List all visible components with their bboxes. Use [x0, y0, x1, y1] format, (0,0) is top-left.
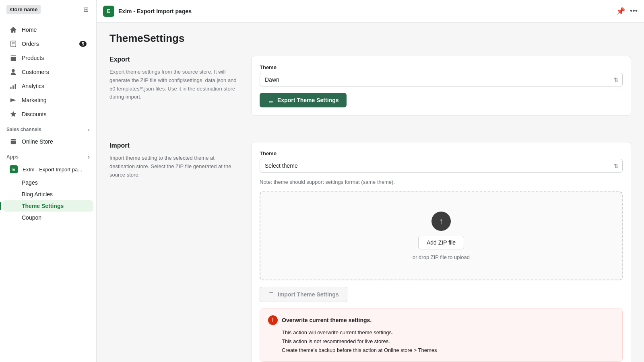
import-icon — [268, 291, 275, 298]
sidebar-item-marketing[interactable]: Marketing — [3, 93, 93, 107]
topbar-left: E ExIm - Export Import pages — [103, 6, 192, 17]
svg-rect-4 — [10, 87, 12, 89]
sales-channels-chevron[interactable]: › — [88, 126, 90, 133]
sidebar-item-orders[interactable]: Orders 5 — [3, 37, 93, 51]
import-theme-label: Theme — [260, 150, 623, 156]
exim-app-icon: E — [10, 165, 18, 173]
import-section: Import Import theme setting to the selec… — [109, 142, 631, 362]
sidebar-top: store name ⊞ — [0, 0, 96, 19]
warning-line-2: This action is not recommended for live … — [282, 337, 614, 346]
sidebar-item-home[interactable]: Home — [3, 23, 93, 37]
export-heading: Export — [109, 56, 238, 63]
import-button[interactable]: Import Theme Settings — [260, 287, 347, 302]
topbar: E ExIm - Export Import pages 📌 ••• — [97, 0, 644, 23]
analytics-label: Analytics — [22, 83, 44, 89]
sidebar-item-customers[interactable]: Customers — [3, 65, 93, 79]
export-theme-select[interactable]: Dawn Aurora Sense — [260, 73, 623, 86]
warning-icon: ! — [268, 315, 278, 325]
import-theme-select[interactable]: Select theme — [260, 159, 623, 173]
sidebar-item-analytics[interactable]: Analytics — [3, 79, 93, 93]
apps-chevron[interactable]: › — [88, 154, 90, 160]
warning-line-1: This action will overwrite current theme… — [282, 328, 614, 337]
online-store-icon — [10, 138, 17, 145]
home-icon — [10, 26, 17, 33]
apps-label: Apps — [6, 154, 19, 160]
import-theme-select-wrapper: Select theme ⇅ — [260, 159, 623, 173]
export-button-label: Export Theme Settings — [277, 97, 339, 103]
sidebar-item-pages[interactable]: Pages — [3, 177, 93, 188]
analytics-icon — [10, 82, 17, 90]
sidebar-item-blog-articles[interactable]: Blog Articles — [3, 189, 93, 200]
online-store-label: Online Store — [22, 138, 53, 145]
export-button[interactable]: Export Theme Settings — [260, 93, 347, 107]
sidebar-nav: Home Orders 5 Products Customers Analyti… — [0, 19, 96, 227]
sales-channels-label: Sales channels — [6, 127, 41, 132]
home-label: Home — [22, 27, 37, 33]
import-description: Import theme setting to the selected the… — [109, 154, 238, 179]
content-area: ThemeSettings Export Export theme settin… — [97, 23, 644, 362]
import-note: Note: theme should support settings form… — [260, 179, 623, 185]
coupon-label: Coupon — [22, 214, 41, 221]
upload-icon: ↑ — [431, 212, 451, 231]
theme-settings-label: Theme Settings — [22, 203, 64, 209]
products-label: Products — [22, 55, 44, 61]
sidebar-item-coupon[interactable]: Coupon — [3, 212, 93, 223]
warning-body: This action will overwrite current theme… — [268, 328, 614, 355]
exim-app-label: ExIm - Export Import pa... — [23, 167, 82, 173]
main-area: E ExIm - Export Import pages 📌 ••• Theme… — [97, 0, 644, 362]
export-theme-select-wrapper: Dawn Aurora Sense ⇅ — [260, 73, 623, 86]
drop-text: or drop ZIP file to upload — [413, 254, 470, 260]
customers-icon — [10, 68, 17, 76]
warning-header: ! Overwrite current theme settings. — [268, 315, 614, 325]
export-card: Theme Dawn Aurora Sense ⇅ Export Theme S… — [251, 56, 631, 116]
topbar-title: ExIm - Export Import pages — [118, 8, 192, 14]
svg-rect-5 — [12, 85, 14, 89]
sidebar-item-products[interactable]: Products — [3, 51, 93, 65]
import-heading: Import — [109, 142, 238, 149]
add-zip-button[interactable]: Add ZIP file — [418, 236, 464, 249]
topbar-app-icon: E — [103, 6, 114, 17]
warning-title: Overwrite current theme settings. — [282, 317, 372, 323]
sidebar-item-theme-settings[interactable]: Theme Settings — [3, 200, 93, 212]
topbar-right: 📌 ••• — [616, 7, 638, 16]
export-info: Export Export theme settings from the so… — [109, 56, 238, 116]
more-icon[interactable]: ••• — [630, 7, 638, 15]
import-card: Theme Select theme ⇅ Note: theme should … — [251, 142, 631, 362]
export-icon — [268, 97, 274, 103]
import-info: Import Import theme setting to the selec… — [109, 142, 238, 362]
import-button-label: Import Theme Settings — [278, 291, 339, 298]
active-indicator — [0, 202, 1, 210]
customers-label: Customers — [22, 69, 49, 75]
products-icon — [10, 54, 17, 62]
warning-line-3: Create theme's backup before this action… — [282, 346, 614, 355]
sidebar: store name ⊞ Home Orders 5 Products Cust… — [0, 0, 97, 362]
discounts-label: Discounts — [22, 111, 46, 117]
sidebar-item-exim[interactable]: E ExIm - Export Import pa... — [3, 162, 93, 177]
sidebar-item-online-store[interactable]: Online Store — [3, 135, 93, 148]
drop-zone[interactable]: ↑ Add ZIP file or drop ZIP file to uploa… — [260, 191, 623, 280]
discounts-icon — [10, 111, 17, 118]
apps-section: Apps › — [0, 149, 96, 162]
sidebar-item-discounts[interactable]: Discounts — [3, 107, 93, 121]
export-theme-label: Theme — [260, 64, 623, 70]
orders-label: Orders — [22, 41, 39, 47]
export-section: Export Export theme settings from the so… — [109, 56, 631, 116]
marketing-label: Marketing — [22, 97, 46, 103]
orders-badge: 5 — [79, 41, 87, 47]
store-name: store name — [6, 5, 41, 14]
section-divider — [109, 129, 631, 129]
warning-card: ! Overwrite current theme settings. This… — [260, 309, 623, 362]
blog-articles-label: Blog Articles — [22, 191, 53, 197]
pages-label: Pages — [22, 179, 38, 186]
export-description: Export theme settings from the source st… — [109, 68, 238, 101]
page-title: ThemeSettings — [109, 32, 631, 45]
marketing-icon — [10, 97, 17, 104]
orders-icon — [10, 40, 17, 47]
pin-icon[interactable]: 📌 — [616, 7, 625, 16]
grid-icon[interactable]: ⊞ — [82, 6, 90, 14]
add-zip-label: Add ZIP file — [427, 239, 456, 246]
svg-rect-6 — [15, 84, 16, 89]
sales-channels-section: Sales channels › — [0, 121, 96, 134]
